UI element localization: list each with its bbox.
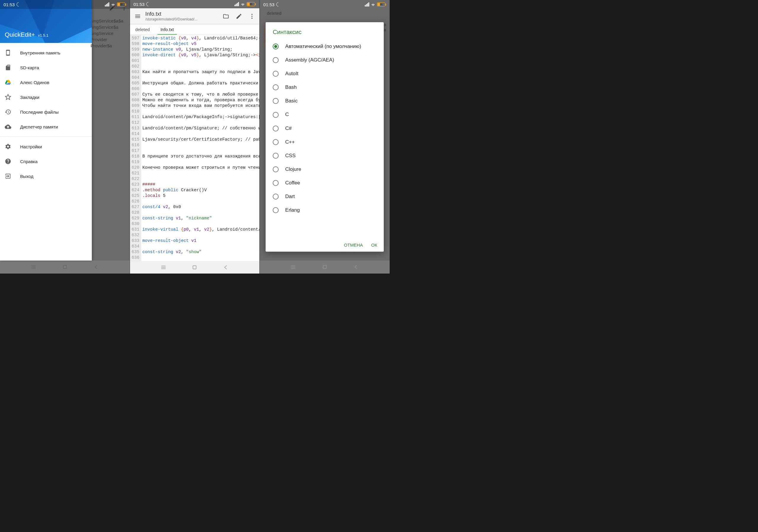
svg-point-8 bbox=[251, 16, 253, 17]
drawer-item-cloud[interactable]: Диспетчер памяти bbox=[0, 119, 92, 134]
tab-bar: deletedInfo.txt bbox=[130, 24, 260, 35]
cancel-button[interactable]: ОТМЕНА bbox=[344, 243, 363, 248]
code-line bbox=[142, 58, 258, 64]
syntax-option[interactable]: C bbox=[265, 108, 384, 121]
nav-back-button[interactable] bbox=[223, 264, 229, 271]
svg-point-7 bbox=[251, 14, 253, 15]
radio-icon bbox=[273, 207, 279, 213]
code-line: move-result-object v1 bbox=[142, 238, 258, 244]
syntax-option[interactable]: Dart bbox=[265, 190, 384, 203]
syntax-option[interactable]: CSS bbox=[265, 149, 384, 162]
svg-rect-6 bbox=[63, 266, 66, 269]
signal-icon bbox=[365, 2, 369, 7]
drawer-item-star[interactable]: Закладки bbox=[0, 90, 92, 105]
svg-point-9 bbox=[251, 17, 253, 19]
wifi-icon bbox=[240, 2, 245, 6]
syntax-option[interactable]: C++ bbox=[265, 135, 384, 149]
nav-recent-button[interactable] bbox=[290, 264, 296, 270]
folder-open-icon[interactable] bbox=[223, 13, 229, 19]
phone-dialog: 01:53 35 deleted 1c$a$a2c$a3c4c5c Синтак… bbox=[260, 0, 390, 274]
drawer-item-label: SD-карта bbox=[20, 65, 39, 70]
code-line: Можно ее подменить и тогда, проверка все… bbox=[142, 97, 258, 103]
phone-icon bbox=[5, 50, 11, 56]
syntax-option[interactable]: C# bbox=[265, 122, 384, 135]
code-line: ##### bbox=[142, 182, 258, 187]
drawer-item-label: Выход bbox=[20, 174, 33, 179]
nav-home-button[interactable] bbox=[322, 264, 328, 270]
app-version: v1.5.1 bbox=[38, 33, 48, 38]
drawer-item-gear[interactable]: Настройки bbox=[0, 139, 92, 154]
radio-icon bbox=[273, 166, 279, 172]
radio-label: Bash bbox=[285, 84, 297, 90]
code-line: new-instance v0, Ljava/lang/String; bbox=[142, 47, 258, 52]
file-path: /storage/emulated/0/Download/... bbox=[145, 17, 221, 21]
nav-recent-button[interactable] bbox=[30, 264, 37, 270]
phone-drawer: 01:53 35 singService$a$asingService$asin… bbox=[0, 0, 130, 274]
drawer-item-label: Закладки bbox=[20, 95, 39, 100]
nav-back-button[interactable] bbox=[353, 264, 360, 270]
code-line bbox=[142, 221, 258, 227]
battery-icon: 35 bbox=[377, 2, 386, 7]
radio-icon bbox=[273, 153, 279, 159]
drawer-item-label: Настройки bbox=[20, 144, 42, 149]
code-line: Ljava/security/cert/CertificateFactory; … bbox=[142, 137, 258, 142]
drawer-item-sd[interactable]: SD-карта bbox=[0, 60, 92, 75]
exit-icon bbox=[5, 173, 11, 180]
ok-button[interactable]: ОК bbox=[371, 243, 377, 248]
radio-label: C bbox=[285, 111, 289, 118]
code-line bbox=[142, 255, 258, 260]
code-line: const-string v1, "nickname" bbox=[142, 216, 258, 221]
nav-home-button[interactable] bbox=[191, 264, 198, 271]
radio-icon bbox=[273, 194, 279, 200]
gear-icon bbox=[5, 143, 11, 150]
status-time: 01:53 bbox=[263, 2, 274, 7]
syntax-option[interactable]: Basic bbox=[265, 94, 384, 108]
code-line: const/4 v2, 0x0 bbox=[142, 204, 258, 210]
code-line: Чтобы найти точки входа вам потребуется … bbox=[142, 103, 258, 109]
file-title: Info.txt bbox=[145, 11, 221, 17]
code-line bbox=[142, 244, 258, 249]
syntax-option[interactable]: Bash bbox=[265, 81, 384, 94]
tab-deleted[interactable]: deleted bbox=[130, 24, 155, 35]
tab-Info.txt[interactable]: Info.txt bbox=[155, 24, 179, 35]
wifi-icon bbox=[111, 3, 116, 6]
nav-home-button[interactable] bbox=[62, 264, 68, 270]
radio-label: Автоматический (по умолчанию) bbox=[285, 43, 361, 50]
code-line bbox=[142, 148, 258, 154]
radio-icon bbox=[273, 139, 279, 145]
code-line bbox=[142, 86, 258, 92]
code-line: В принципе этого достаточно для нахожден… bbox=[142, 154, 258, 159]
svg-rect-13 bbox=[193, 266, 196, 269]
drawer-item-phone[interactable]: Внутренняя память bbox=[0, 45, 92, 60]
menu-button[interactable] bbox=[132, 11, 143, 21]
syntax-option[interactable]: Coffee bbox=[265, 176, 384, 190]
code-line: Как найти и пропатчить защиту по подписи… bbox=[142, 69, 258, 75]
syntax-option[interactable]: AutoIt bbox=[265, 67, 384, 81]
help-icon bbox=[5, 158, 11, 165]
syntax-option[interactable]: Автоматический (по умолчанию) bbox=[265, 40, 384, 53]
syntax-option[interactable]: Assembly (AGC/AEA) bbox=[265, 53, 384, 67]
code-editor[interactable]: 5975985996006016026036046056066076086096… bbox=[130, 35, 260, 261]
code-line bbox=[142, 142, 258, 148]
drawer-item-help[interactable]: Справка bbox=[0, 154, 92, 169]
android-nav-bar bbox=[0, 260, 130, 274]
nav-recent-button[interactable] bbox=[160, 264, 167, 271]
radio-icon bbox=[273, 44, 279, 50]
syntax-option[interactable]: Erlang bbox=[265, 203, 384, 217]
drawer-item-exit[interactable]: Выход bbox=[0, 169, 92, 183]
drawer-item-gdrive[interactable]: Алекс Одинов bbox=[0, 75, 92, 90]
drawer-item-history[interactable]: Последние файлы bbox=[0, 105, 92, 119]
radio-label: Coffee bbox=[285, 180, 300, 186]
nav-back-button[interactable] bbox=[93, 264, 99, 270]
drawer-item-label: Внутренняя память bbox=[20, 50, 60, 55]
android-nav-bar bbox=[130, 261, 260, 274]
overflow-icon[interactable] bbox=[249, 13, 255, 19]
code-line bbox=[142, 199, 258, 204]
radio-label: Erlang bbox=[285, 207, 300, 214]
code-line bbox=[142, 120, 258, 125]
code-line: Суть ее сводится к тому, что в любой про… bbox=[142, 92, 258, 97]
pencil-icon[interactable] bbox=[236, 13, 242, 19]
syntax-option[interactable]: Clojure bbox=[265, 162, 384, 176]
code-line: .locals 5 bbox=[142, 193, 258, 199]
drawer-item-label: Последние файлы bbox=[20, 110, 59, 115]
